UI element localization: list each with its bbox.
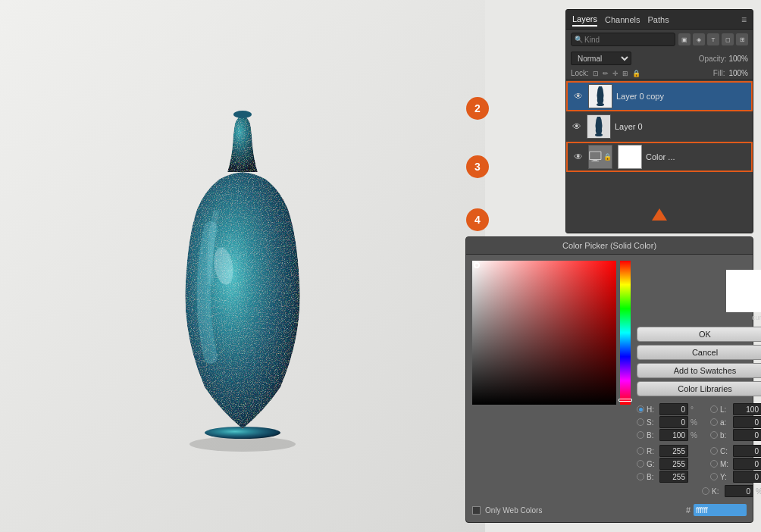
svg-point-5 — [595, 133, 603, 136]
input-b2[interactable] — [733, 429, 761, 441]
input-s[interactable] — [659, 416, 688, 428]
filter-smart-icon[interactable]: ⊞ — [736, 33, 748, 45]
input-k[interactable] — [725, 485, 753, 497]
badge-step-2: 2 — [466, 97, 489, 120]
filter-pixel-icon[interactable]: ▣ — [678, 33, 691, 45]
radio-m[interactable] — [710, 460, 718, 468]
lock-all-icon[interactable]: 🔒 — [632, 70, 640, 77]
opacity-control: Opacity: 100% — [699, 55, 748, 63]
layer-visibility-colorlayer[interactable]: 👁 — [572, 151, 584, 163]
input-g[interactable] — [659, 458, 688, 470]
radio-h[interactable] — [637, 405, 644, 413]
new-color-preview — [726, 270, 761, 291]
input-l[interactable] — [733, 403, 761, 415]
blend-mode-select[interactable]: Normal — [571, 52, 631, 65]
radio-g[interactable] — [637, 460, 644, 468]
label-blue: B: — [647, 473, 657, 481]
hue-cursor — [619, 399, 632, 402]
svg-rect-8 — [591, 161, 599, 161]
tab-layers[interactable]: Layers — [572, 13, 597, 27]
layer-visibility-layer0copy[interactable]: 👁 — [572, 90, 584, 102]
unit-k: % — [756, 487, 761, 496]
lock-transparent-icon[interactable]: ⊡ — [593, 70, 599, 77]
label-b: B: — [647, 431, 657, 440]
hue-strip[interactable] — [620, 261, 631, 405]
layer-visibility-layer0[interactable]: 👁 — [571, 120, 583, 133]
tab-paths[interactable]: Paths — [648, 14, 669, 26]
add-to-swatches-button[interactable]: Add to Swatches — [637, 363, 761, 378]
radio-y[interactable] — [710, 473, 718, 480]
canvas-area — [0, 0, 485, 532]
color-picker-right: new current OK Cancel Add to Swatches Co… — [637, 261, 761, 498]
input-c[interactable] — [733, 445, 761, 457]
panel-menu-icon[interactable]: ≡ — [741, 14, 747, 25]
radio-r[interactable] — [637, 447, 644, 455]
layer-item-layer0[interactable]: 👁 Layer 0 — [566, 111, 753, 142]
input-y[interactable] — [733, 471, 761, 483]
field-row-r: R: C: % — [637, 445, 761, 457]
lock-draw-icon[interactable]: ✏ — [603, 70, 609, 77]
layer-thumb-layer0copy — [588, 84, 612, 108]
hex-input[interactable] — [694, 504, 747, 516]
label-l: L: — [720, 405, 731, 414]
filter-shape-icon[interactable]: ◻ — [722, 33, 734, 45]
unit-b: % — [691, 431, 700, 440]
tab-channels[interactable]: Channels — [605, 14, 640, 26]
color-picker-panel: Color Picker (Solid Color) new current O… — [465, 236, 753, 523]
radio-b[interactable] — [637, 431, 644, 439]
radio-s[interactable] — [637, 418, 644, 426]
label-s: S: — [647, 418, 657, 427]
new-current-color-area: new current — [637, 261, 761, 321]
badge-step-4: 4 — [466, 208, 489, 231]
lock-row: Lock: ⊡ ✏ ✛ ⊞ 🔒 Fill: 100% — [566, 67, 753, 80]
opacity-label: Opacity: — [699, 55, 727, 63]
panel-tabs: Layers Channels Paths ≡ — [566, 10, 753, 30]
svg-rect-7 — [593, 159, 598, 160]
badge-step-3: 3 — [466, 155, 489, 178]
vase-image — [159, 92, 326, 455]
only-web-checkbox[interactable] — [472, 506, 481, 515]
ok-button[interactable]: OK — [637, 327, 761, 342]
cancel-button[interactable]: Cancel — [637, 345, 761, 360]
current-color-preview — [726, 291, 761, 312]
layers-panel: Layers Channels Paths ≡ 🔍 Kind ▣ ◈ T ◻ ⊞… — [565, 9, 753, 233]
input-a[interactable] — [733, 416, 761, 428]
fill-label: Fill: — [713, 69, 725, 77]
input-blue[interactable] — [659, 471, 688, 483]
filter-adjust-icon[interactable]: ◈ — [693, 33, 705, 45]
input-m[interactable] — [733, 458, 761, 470]
layer-name-layer0: Layer 0 — [615, 122, 748, 131]
opacity-value[interactable]: 100% — [728, 55, 748, 63]
fill-value[interactable]: 100% — [728, 69, 748, 77]
unit-s: % — [691, 418, 700, 427]
radio-blue[interactable] — [637, 473, 644, 480]
field-row-g: G: M: % — [637, 458, 761, 470]
input-r[interactable] — [659, 445, 688, 457]
radio-a[interactable] — [710, 418, 718, 426]
label-m: M: — [720, 460, 731, 468]
label-a: a: — [720, 418, 731, 427]
label-r: R: — [647, 447, 657, 455]
color-picker-body: new current OK Cancel Add to Swatches Co… — [466, 255, 753, 504]
input-h[interactable] — [659, 403, 688, 415]
layer-search-bar[interactable]: 🔍 Kind — [571, 33, 675, 46]
layer-item-colorlayer[interactable]: 👁 🔒 Color ... — [566, 142, 753, 172]
layer-name-layer0copy: Layer 0 copy — [616, 92, 747, 101]
filter-text-icon[interactable]: T — [707, 33, 719, 45]
radio-k[interactable] — [702, 487, 709, 495]
input-b[interactable] — [659, 429, 688, 441]
label-k: K: — [712, 487, 722, 496]
radio-l[interactable] — [710, 405, 718, 413]
lock-artboard-icon[interactable]: ⊞ — [622, 70, 628, 77]
lock-label: Lock: — [571, 69, 589, 77]
lock-move-icon[interactable]: ✛ — [612, 70, 619, 77]
radio-c[interactable] — [710, 447, 718, 455]
color-libraries-button[interactable]: Color Libraries — [637, 381, 761, 396]
search-icon: 🔍 — [575, 36, 583, 43]
layer-item-layer0copy[interactable]: 👁 Layer 0 copy — [566, 81, 753, 111]
color-gradient-field[interactable] — [472, 261, 616, 405]
label-g: G: — [647, 460, 657, 468]
radio-b2[interactable] — [710, 431, 718, 439]
svg-rect-6 — [590, 152, 601, 159]
only-web-label: Only Web Colors — [485, 506, 542, 515]
